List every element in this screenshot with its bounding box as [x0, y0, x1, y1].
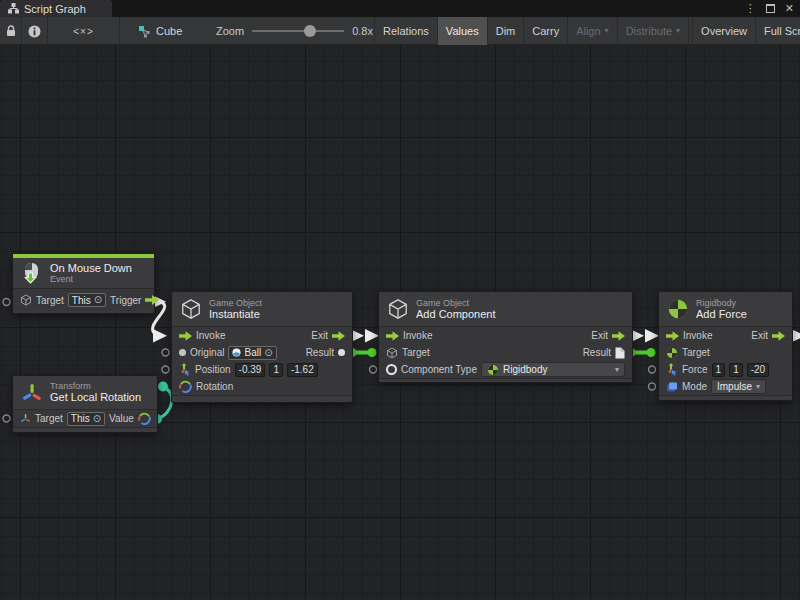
force-y-field[interactable]: 1 [729, 363, 743, 377]
wire-value-to-rotation[interactable] [157, 387, 172, 420]
node-add-force[interactable]: Rigidbody Add Force Invoke Exit [658, 291, 793, 401]
wire-arrow [153, 329, 167, 343]
flow-arrow-icon[interactable] [332, 331, 345, 341]
carry-button[interactable]: Carry [524, 17, 568, 45]
port-target-on-mouse-down[interactable] [3, 299, 10, 306]
code-icon: <×> [73, 26, 94, 37]
align-button: Align▾ [568, 17, 617, 45]
row-invoke-exit: Invoke Exit [379, 327, 632, 344]
port-label: Original [190, 347, 224, 358]
original-object-field[interactable]: Ball ⊙ [228, 346, 276, 360]
force-z-field[interactable]: -20 [747, 363, 769, 377]
document-icon[interactable] [615, 347, 625, 359]
port-label: Component Type [401, 364, 477, 375]
port-label: Value [109, 413, 134, 424]
node-add-component[interactable]: Game Object Add Component Invoke Exit [378, 291, 633, 383]
flow-arrow-icon[interactable] [386, 331, 399, 341]
component-type-dropdown[interactable]: Rigidbody ▾ [481, 362, 625, 377]
zoom-control: Zoom 0.8x [216, 17, 373, 45]
port-label: Exit [311, 330, 328, 341]
rigidbody-icon [667, 298, 689, 320]
target-object-field[interactable]: This ⊙ [68, 293, 106, 307]
flow-arrow-icon[interactable] [772, 331, 785, 341]
node-title: Get Local Rotation [50, 391, 141, 404]
object-picker-icon[interactable]: ⊙ [94, 295, 102, 305]
port-target-get-local-rotation[interactable] [3, 415, 10, 422]
node-on-mouse-down[interactable]: On Mouse Down Event Target This ⊙ Trigge… [12, 253, 155, 314]
enum-icon [666, 381, 678, 393]
zoom-label: Zoom [216, 25, 244, 37]
node-title: Add Force [696, 308, 747, 321]
row-rotation: Rotation [172, 378, 352, 395]
game-object-icon [387, 298, 409, 320]
zoom-slider-track [252, 30, 344, 32]
node-get-local-rotation[interactable]: Transform Get Local Rotation Target [12, 375, 158, 433]
object-picker-icon[interactable]: ⊙ [264, 348, 272, 358]
row-position: Position -0.39 1 -1.62 [172, 361, 352, 378]
type-port-icon[interactable] [386, 364, 397, 375]
caret-down-icon: ▾ [676, 27, 680, 35]
node-instantiate[interactable]: Game Object Instantiate Invoke Exit Orig… [171, 291, 353, 403]
row-target-value: Target This ⊙ Value [13, 410, 157, 427]
target-object-field[interactable]: This ⊙ [67, 412, 105, 426]
menu-kebab-icon[interactable]: ⋮ [745, 0, 756, 17]
inspector-button[interactable] [22, 17, 48, 45]
node-kind: Rigidbody [696, 298, 747, 308]
port-component-type-add-component[interactable] [370, 366, 377, 373]
lock-button[interactable] [0, 17, 22, 45]
dim-button[interactable]: Dim [488, 17, 525, 45]
values-button[interactable]: Values [438, 17, 488, 45]
value-port-icon[interactable] [338, 349, 345, 356]
tab-script-graph[interactable]: Script Graph [0, 0, 112, 17]
position-x-field[interactable]: -0.39 [235, 363, 266, 377]
port-position-instantiate[interactable] [162, 366, 169, 373]
mode-dropdown[interactable]: Impulse ▾ [711, 379, 766, 394]
close-icon[interactable]: ✕ [785, 0, 794, 17]
flow-arrow-icon[interactable] [145, 295, 159, 305]
port-label: Invoke [403, 330, 432, 341]
flow-arrow-icon[interactable] [612, 331, 625, 341]
script-graph-window: Script Graph ⋮ ✕ <×> Cub [0, 0, 800, 600]
row-force: Force 1 1 -20 [659, 361, 792, 378]
quaternion-icon[interactable] [138, 412, 151, 425]
toolbar-buttons: Relations Values Dim Carry Align▾ Distri… [374, 17, 800, 45]
maximize-icon[interactable] [766, 4, 775, 13]
port-label: Target [402, 347, 430, 358]
port-label: Result [306, 347, 334, 358]
graph-canvas[interactable]: On Mouse Down Event Target This ⊙ Trigge… [0, 45, 800, 600]
port-label: Invoke [683, 330, 712, 341]
node-subtitle: Event [50, 274, 132, 284]
overview-button[interactable]: Overview [692, 17, 756, 45]
wire-arrow[interactable] [645, 329, 659, 343]
flow-arrow-icon[interactable] [179, 331, 192, 341]
port-label: Target [682, 347, 710, 358]
port-original-instantiate[interactable] [162, 349, 169, 356]
port-mode-add-force[interactable] [649, 383, 656, 390]
object-picker-icon[interactable]: ⊙ [93, 414, 101, 424]
relations-button[interactable]: Relations [375, 17, 438, 45]
flow-arrow-icon[interactable] [666, 331, 679, 341]
breadcrumb[interactable]: Cube [138, 17, 182, 45]
row-target-result: Target Result [379, 344, 632, 361]
force-x-field[interactable]: 1 [712, 363, 726, 377]
zoom-slider-handle[interactable] [304, 25, 316, 37]
tab-title: Script Graph [24, 3, 86, 15]
preview-code-button[interactable]: <×> [48, 17, 120, 45]
row-component-type: Component Type Rigidbody ▾ [379, 361, 632, 378]
fullscreen-button[interactable]: Full Screen [756, 17, 800, 45]
game-object-icon [180, 298, 202, 320]
position-z-field[interactable]: -1.62 [287, 363, 318, 377]
value-port-icon[interactable] [179, 349, 186, 356]
position-y-field[interactable]: 1 [269, 363, 283, 377]
port-label: Rotation [196, 381, 233, 392]
wire-arrow[interactable] [365, 329, 379, 343]
node-kind: Game Object [416, 298, 496, 308]
port-force-add-force[interactable] [649, 366, 656, 373]
port-label: Force [682, 364, 708, 375]
row-invoke-exit: Invoke Exit [172, 327, 352, 344]
row-mode: Mode Impulse ▾ [659, 378, 792, 395]
breadcrumb-label: Cube [156, 25, 182, 37]
zoom-slider[interactable] [252, 17, 344, 45]
ball-icon [232, 348, 241, 357]
node-kind: Game Object [209, 298, 262, 308]
